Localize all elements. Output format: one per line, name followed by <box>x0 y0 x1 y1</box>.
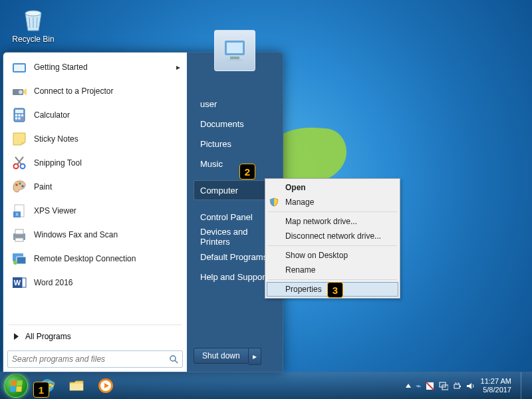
svg-rect-10 <box>15 118 17 120</box>
ctx-map-drive[interactable]: Map network drive... <box>267 214 398 229</box>
program-label: Remote Desktop Connection <box>34 254 136 263</box>
ctx-rename[interactable]: Rename <box>267 263 398 277</box>
svg-text:W: W <box>14 279 21 287</box>
svg-rect-29 <box>22 278 26 287</box>
svg-point-30 <box>170 356 176 361</box>
program-label: Connect to a Projector <box>34 86 113 96</box>
taskbar-media-player[interactable] <box>92 375 120 396</box>
action-center-icon[interactable] <box>426 382 434 390</box>
ctx-disconnect-drive[interactable]: Disconnect network drive... <box>267 229 398 243</box>
program-label: Paint <box>34 182 52 192</box>
calculator-icon <box>10 106 29 124</box>
link-devices-printers[interactable]: Devices and Printers <box>194 227 276 247</box>
link-pictures[interactable]: Pictures <box>194 134 276 154</box>
link-control-panel[interactable]: Control Panel <box>194 207 276 227</box>
program-label: Snipping Tool <box>34 158 82 168</box>
snipping-tool-icon <box>10 154 29 172</box>
annotation-1: 1 <box>33 382 49 398</box>
show-desktop-button[interactable] <box>521 372 527 399</box>
recycle-bin-icon <box>19 4 48 33</box>
ctx-open[interactable]: Open <box>267 180 398 195</box>
svg-point-16 <box>19 182 21 185</box>
shutdown-options-button[interactable]: ▸ <box>249 348 261 365</box>
link-computer[interactable]: Computer <box>194 180 276 200</box>
link-music[interactable]: Music <box>194 154 276 174</box>
chevron-right-icon: ▸ <box>253 352 257 361</box>
svg-rect-6 <box>15 110 23 113</box>
all-programs[interactable]: All Programs <box>6 327 184 346</box>
program-snipping-tool[interactable]: Snipping Tool <box>6 151 184 175</box>
program-label: Sticky Notes <box>34 134 78 144</box>
media-player-icon <box>97 377 114 394</box>
svg-point-26 <box>13 261 17 265</box>
ctx-show-desktop[interactable]: Show on Desktop <box>267 248 398 263</box>
divider <box>9 325 182 325</box>
link-default-programs[interactable]: Default Programs <box>194 247 276 267</box>
svg-point-17 <box>21 185 24 188</box>
svg-rect-43 <box>454 384 460 388</box>
program-paint[interactable]: Paint <box>6 175 184 199</box>
svg-point-13 <box>14 164 19 169</box>
projector-icon <box>10 82 29 100</box>
paint-icon <box>10 178 29 196</box>
taskbar-clock[interactable]: 11:27 AM 5/8/2017 <box>481 377 511 394</box>
program-calculator[interactable]: Calculator <box>6 103 184 127</box>
program-xps-viewer[interactable]: X XPS Viewer <box>6 199 184 223</box>
shutdown-button[interactable]: Shut down <box>194 348 249 364</box>
all-programs-label: All Programs <box>25 332 71 341</box>
program-word[interactable]: W Word 2016 <box>6 271 184 295</box>
program-sticky-notes[interactable]: Sticky Notes <box>6 127 184 151</box>
program-label: Calculator <box>34 110 70 120</box>
fax-scan-icon <box>10 225 29 244</box>
program-rdp[interactable]: Remote Desktop Connection <box>6 247 184 271</box>
xps-viewer-icon: X <box>10 201 29 220</box>
taskbar[interactable]: ⌁ 11:27 AM 5/8/2017 <box>0 372 532 399</box>
start-button[interactable] <box>4 374 28 398</box>
svg-rect-34 <box>230 57 239 59</box>
annotation-3: 3 <box>327 282 343 298</box>
program-label: XPS Viewer <box>34 206 76 215</box>
svg-rect-8 <box>19 114 21 116</box>
recycle-bin-label: Recycle Bin <box>8 35 59 44</box>
search-input[interactable] <box>8 354 169 364</box>
program-projector[interactable]: Connect to a Projector <box>6 79 184 103</box>
submenu-arrow-icon: ▸ <box>176 63 180 72</box>
start-menu-left-pane: Getting Started ▸ Connect to a Projector… <box>3 53 187 372</box>
windows-logo-icon <box>10 380 23 392</box>
program-list: Getting Started ▸ Connect to a Projector… <box>6 55 184 323</box>
desktop-icon-recycle-bin[interactable]: Recycle Bin <box>8 4 59 44</box>
program-label: Windows Fax and Scan <box>34 230 118 239</box>
network-icon[interactable] <box>439 382 448 390</box>
getting-started-icon <box>10 58 29 76</box>
svg-point-15 <box>15 184 18 186</box>
link-help-support[interactable]: Help and Support <box>194 267 276 287</box>
date-text: 5/8/2017 <box>481 386 511 394</box>
svg-rect-7 <box>15 114 17 116</box>
annotation-2: 2 <box>239 164 255 180</box>
svg-point-4 <box>19 90 23 94</box>
computer-icon <box>219 35 250 66</box>
search-box[interactable] <box>7 350 183 368</box>
separator <box>268 279 397 280</box>
svg-rect-11 <box>19 118 21 120</box>
ctx-manage[interactable]: Manage <box>267 195 398 209</box>
svg-rect-2 <box>14 65 25 71</box>
tray-overflow-button[interactable] <box>406 384 411 388</box>
program-label: Word 2016 <box>34 278 72 287</box>
link-user[interactable]: user <box>194 94 276 114</box>
power-icon[interactable] <box>453 382 462 390</box>
bluetooth-icon[interactable]: ⌁ <box>416 380 421 391</box>
program-getting-started[interactable]: Getting Started ▸ <box>6 55 184 79</box>
rdp-icon <box>10 249 29 268</box>
program-fax-scan[interactable]: Windows Fax and Scan <box>6 223 184 247</box>
taskbar-explorer[interactable] <box>63 375 90 396</box>
user-picture-frame[interactable] <box>214 30 255 71</box>
search-icon <box>169 354 182 364</box>
link-documents[interactable]: Documents <box>194 114 276 134</box>
folder-icon <box>68 377 85 394</box>
desktop[interactable]: Recycle Bin Getting Started ▸ Connect to… <box>0 0 532 399</box>
all-programs-arrow-icon <box>14 333 19 340</box>
svg-rect-44 <box>460 386 461 387</box>
volume-icon[interactable] <box>466 382 475 390</box>
word-icon: W <box>10 273 29 292</box>
